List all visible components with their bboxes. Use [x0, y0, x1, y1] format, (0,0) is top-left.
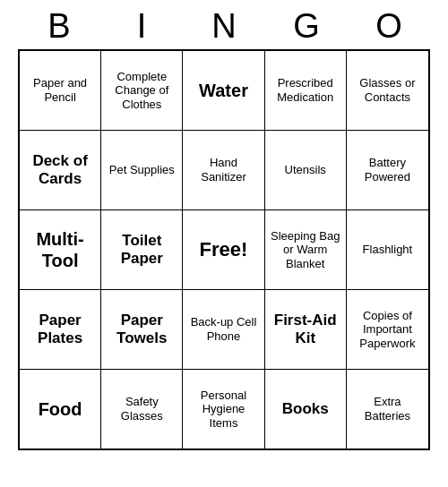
bingo-letter-I: I [105, 7, 178, 46]
bingo-cell-2-1: Toilet Paper [101, 210, 183, 289]
bingo-cell-4-2: Personal Hygiene Items [183, 370, 264, 449]
bingo-row-4: FoodSafety GlassesPersonal Hygiene Items… [20, 370, 428, 449]
bingo-letter-B: B [22, 7, 96, 46]
bingo-cell-2-3: Sleeping Bag or Warm Blanket [265, 210, 347, 289]
bingo-row-3: Paper PlatesPaper TowelsBack-up Cell Pho… [20, 290, 428, 370]
bingo-cell-0-0: Paper and Pencil [20, 51, 101, 130]
bingo-cell-3-2: Back-up Cell Phone [183, 290, 264, 369]
bingo-cell-3-4: Copies of Important Paperwork [347, 290, 428, 369]
bingo-cell-3-0: Paper Plates [20, 290, 101, 369]
bingo-letter-N: N [187, 7, 261, 46]
bingo-cell-0-2: Water [183, 51, 264, 130]
bingo-cell-3-1: Paper Towels [101, 290, 183, 369]
bingo-cell-3-3: First-Aid Kit [265, 290, 347, 369]
bingo-cell-0-3: Prescribed Medication [265, 51, 347, 130]
bingo-row-0: Paper and PencilComplete Change of Cloth… [20, 51, 428, 131]
bingo-cell-4-0: Food [20, 370, 101, 449]
bingo-cell-4-4: Extra Batteries [347, 370, 428, 449]
bingo-cell-1-3: Utensils [265, 131, 347, 209]
bingo-cell-4-1: Safety Glasses [101, 370, 183, 449]
bingo-cell-2-2: Free! [183, 210, 264, 289]
bingo-cell-0-1: Complete Change of Clothes [101, 51, 183, 130]
bingo-cell-1-2: Hand Sanitizer [183, 131, 264, 209]
bingo-cell-1-4: Battery Powered [347, 131, 428, 209]
bingo-cell-1-1: Pet Supplies [101, 131, 183, 209]
bingo-cell-1-0: Deck of Cards [20, 131, 101, 209]
bingo-title: BINGO [18, 0, 430, 49]
bingo-cell-4-3: Books [265, 370, 347, 449]
bingo-letter-G: G [270, 7, 343, 46]
bingo-row-1: Deck of CardsPet SuppliesHand SanitizerU… [20, 131, 428, 210]
bingo-cell-2-0: Multi-Tool [20, 210, 101, 289]
bingo-letter-O: O [352, 7, 426, 46]
bingo-cell-0-4: Glasses or Contacts [347, 51, 428, 130]
bingo-row-2: Multi-ToolToilet PaperFree!Sleeping Bag … [20, 210, 428, 290]
bingo-cell-2-4: Flashlight [347, 210, 428, 289]
bingo-grid: Paper and PencilComplete Change of Cloth… [18, 49, 430, 450]
